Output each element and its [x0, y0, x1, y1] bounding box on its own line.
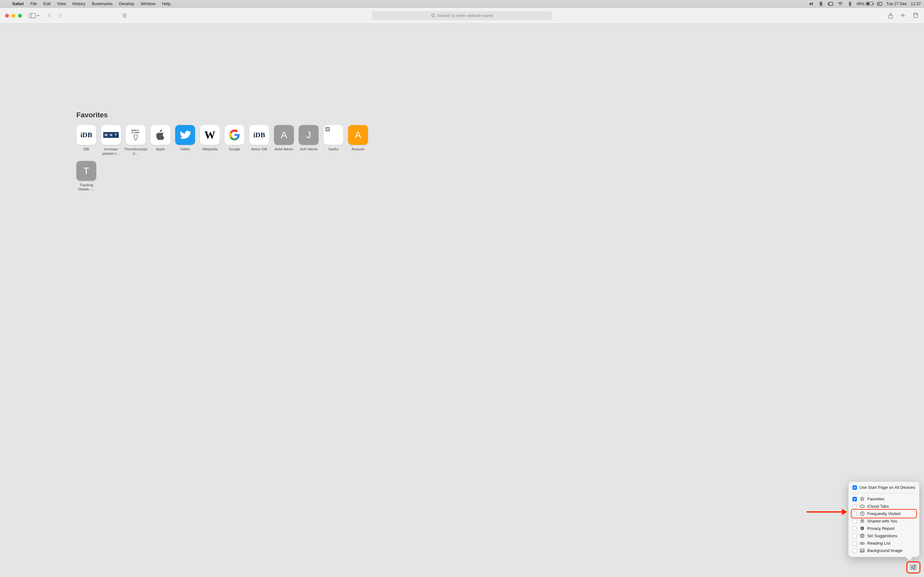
- back-button[interactable]: [47, 13, 51, 18]
- zoom-window-button[interactable]: [18, 14, 22, 18]
- menu-history[interactable]: History: [70, 1, 87, 6]
- favorite-label: Tracking Details -…: [76, 183, 96, 192]
- favorite-label: iDB: [83, 147, 89, 152]
- macos-menubar: Safari File Edit View History Bookmarks …: [0, 0, 446, 8]
- menu-file[interactable]: File: [28, 1, 39, 6]
- favorite-item[interactable]: TTracking Details -…: [76, 161, 96, 192]
- app-name[interactable]: Safari: [10, 1, 26, 6]
- browser-toolbar: Search or enter website name: [0, 8, 446, 24]
- minimize-window-button[interactable]: [11, 14, 15, 18]
- sidebar-toggle-button[interactable]: [29, 13, 40, 18]
- favorite-label: JioFi Admin: [300, 147, 318, 152]
- favorite-item[interactable]: iDBAnkur iDB: [249, 125, 269, 156]
- favorite-item[interactable]: AAirtel Admin: [274, 125, 294, 156]
- favorite-label: Ankur iDB: [251, 147, 267, 152]
- menu-window[interactable]: Window: [139, 1, 158, 6]
- favorite-item[interactable]: Google: [225, 125, 244, 156]
- menu-view[interactable]: View: [55, 1, 68, 6]
- favorite-label: Useful: [328, 147, 338, 152]
- chevron-down-icon: [37, 15, 40, 17]
- close-window-button[interactable]: [5, 14, 9, 18]
- favorite-item[interactable]: AAmazon: [348, 125, 368, 156]
- start-page: Favorites iDBiDBM N TIncrease platelet c…: [0, 24, 446, 278]
- favorite-item[interactable]: Apple: [150, 125, 170, 156]
- favorite-item[interactable]: WWikipedia: [200, 125, 220, 156]
- svg-point-7: [431, 14, 434, 17]
- address-bar[interactable]: Search or enter website name: [372, 11, 446, 20]
- favorite-item[interactable]: Twitter: [175, 125, 195, 156]
- favorite-label: Wikipedia: [202, 147, 218, 152]
- favorites-heading: Favorites: [76, 111, 375, 119]
- favorite-item[interactable]: M N TIncrease platelet c…: [101, 125, 121, 156]
- favorite-label: Apple: [156, 147, 165, 152]
- favorite-item[interactable]: JJioFi Admin: [299, 125, 318, 156]
- svg-rect-5: [29, 13, 36, 18]
- window-controls: [0, 14, 22, 18]
- favorite-label: Twitter: [180, 147, 190, 152]
- menu-edit[interactable]: Edit: [41, 1, 53, 6]
- favorite-item[interactable]: MAYOCLINICThrombocytopenia (l…: [126, 125, 145, 156]
- favorite-item[interactable]: iDBiDB: [76, 125, 96, 156]
- favorite-label: Thrombocytopenia (l…: [124, 147, 147, 156]
- address-placeholder: Search or enter website name: [437, 13, 446, 18]
- svg-line-8: [434, 16, 435, 17]
- favorite-label: Increase platelet c…: [101, 147, 121, 156]
- menu-bookmarks[interactable]: Bookmarks: [89, 1, 115, 6]
- forward-button[interactable]: [58, 13, 62, 18]
- privacy-report-button[interactable]: [122, 13, 127, 19]
- favorite-item[interactable]: MUseful: [323, 125, 343, 156]
- favorite-label: Amazon: [352, 147, 365, 152]
- menu-develop[interactable]: Develop: [117, 1, 137, 6]
- search-icon: [431, 13, 435, 18]
- menu-help[interactable]: Help: [160, 1, 173, 6]
- favorite-label: Google: [229, 147, 240, 152]
- favorite-label: Airtel Admin: [275, 147, 294, 152]
